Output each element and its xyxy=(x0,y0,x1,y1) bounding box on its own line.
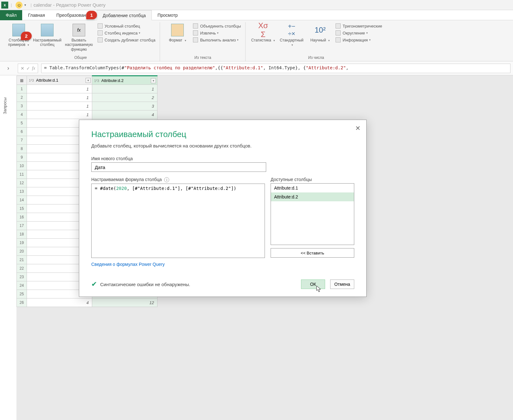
tab-file[interactable]: Файл xyxy=(0,10,22,20)
ribbon-group-text: Формат ▾ Объединить столбцы Извлечь ▾ Вы… xyxy=(160,22,246,61)
row-number[interactable]: 21 xyxy=(17,256,27,264)
duplicate-column-button[interactable]: Создать дубликат столбца xyxy=(98,37,155,42)
table-row[interactable]: 111 xyxy=(17,85,157,93)
row-number[interactable]: 23 xyxy=(17,273,27,281)
row-number[interactable]: 26 xyxy=(17,298,27,307)
dialog-title: Настраиваемый столбец xyxy=(91,129,354,139)
custom-column-dialog: ✕ Настраиваемый столбец Добавьте столбец… xyxy=(79,120,367,297)
cell[interactable]: 3 xyxy=(92,102,157,110)
tab-home[interactable]: Главная xyxy=(22,10,50,20)
table-corner[interactable]: ▦ xyxy=(17,76,27,85)
row-number[interactable]: 5 xyxy=(17,119,27,128)
row-number[interactable]: 10 xyxy=(17,162,27,170)
row-number[interactable]: 1 xyxy=(17,85,27,93)
merge-columns-button[interactable]: Объединить столбцы xyxy=(193,23,241,28)
filter-dropdown-icon[interactable]: ▾ xyxy=(86,78,91,83)
insert-button[interactable]: << Вставить xyxy=(271,248,354,258)
cell[interactable]: 1 xyxy=(27,102,92,110)
row-number[interactable]: 2 xyxy=(17,93,27,102)
close-button[interactable]: ✕ xyxy=(355,124,361,132)
available-column-item[interactable]: Attribute:d.2 xyxy=(271,192,354,201)
row-number[interactable]: 8 xyxy=(17,145,27,153)
table-row[interactable]: 212 xyxy=(17,93,157,102)
standard-button[interactable]: +−÷× Стандартный ▾ xyxy=(277,22,306,47)
row-number[interactable]: 18 xyxy=(17,230,27,239)
chevron-down-icon: ▾ xyxy=(139,31,140,34)
type-indicator: 1²3 xyxy=(29,78,34,82)
window-title: calendar - Редактор Power Query xyxy=(34,2,106,8)
cell[interactable]: 1 xyxy=(92,85,157,93)
scientific-button[interactable]: 10² Научный ▾ xyxy=(306,22,334,42)
row-number[interactable]: 11 xyxy=(17,170,27,179)
row-number[interactable]: 19 xyxy=(17,239,27,247)
row-number[interactable]: 12 xyxy=(17,179,27,187)
row-number[interactable]: 14 xyxy=(17,196,27,204)
accept-formula-icon[interactable]: ✓ xyxy=(26,66,30,71)
cancel-button[interactable]: Отмена xyxy=(330,279,354,289)
table-row[interactable]: 414 xyxy=(17,110,157,119)
table-row[interactable]: 313 xyxy=(17,102,157,110)
cell[interactable]: 1 xyxy=(27,85,92,93)
invoke-custom-function-button[interactable]: fx Вызвать настраиваемую функцию xyxy=(61,22,96,52)
row-number[interactable]: 13 xyxy=(17,187,27,196)
row-number[interactable]: 24 xyxy=(17,281,27,290)
pq-formula-help-link[interactable]: Сведения о формулах Power Query xyxy=(91,262,165,267)
information-button[interactable]: Информация ▾ xyxy=(336,37,382,42)
extract-button[interactable]: Извлечь ▾ xyxy=(193,30,241,35)
cancel-formula-icon[interactable]: ✕ xyxy=(21,66,24,71)
duplicate-icon xyxy=(98,37,103,42)
custom-column-button[interactable]: Настраиваемый столбец xyxy=(33,22,61,47)
cursor-icon xyxy=(316,285,322,292)
operators-icon: +−÷× xyxy=(285,23,298,37)
available-column-item[interactable]: Attribute:d.1 xyxy=(271,184,354,192)
conditional-column-button[interactable]: Условный столбец xyxy=(98,23,155,28)
ribbon: Столбец из примеров ▾ Настраиваемый стол… xyxy=(0,20,513,61)
row-number[interactable]: 16 xyxy=(17,213,27,222)
row-number[interactable]: 4 xyxy=(17,110,27,119)
cell[interactable]: 2 xyxy=(92,93,157,102)
qat-dropdown-icon[interactable]: ▾ xyxy=(24,3,26,7)
info-icon[interactable]: i xyxy=(164,177,169,182)
row-number[interactable]: 7 xyxy=(17,136,27,145)
cell[interactable]: 1 xyxy=(27,110,92,119)
column-header[interactable]: 1²3 Attribute:d.1 ▾ xyxy=(27,76,92,85)
divider: | xyxy=(11,3,12,7)
ribbon-tabs: Файл Главная Преобразование Добавление с… xyxy=(0,10,513,20)
chevron-down-icon: ▾ xyxy=(369,38,371,41)
cell[interactable]: 4 xyxy=(92,110,157,119)
cell[interactable]: 1 xyxy=(27,93,92,102)
formula-editor[interactable]: = #date(2020, [#"Attribute:d.1"], [#"Att… xyxy=(91,184,265,258)
row-number[interactable]: 15 xyxy=(17,204,27,213)
chevron-down-icon: ▾ xyxy=(292,43,293,47)
smiley-icon[interactable]: ☺ xyxy=(16,2,22,9)
statistics-button[interactable]: ΧσΣ Статистика ▾ xyxy=(249,22,277,42)
column-name: Attribute:d.1 xyxy=(36,78,58,83)
table-star-icon xyxy=(41,24,54,36)
parse-button[interactable]: Выполнить анализ ▾ xyxy=(193,37,241,42)
new-column-name-input[interactable] xyxy=(91,162,266,172)
rounding-button[interactable]: Округление ▾ xyxy=(336,30,382,35)
cell[interactable]: 4 xyxy=(27,298,92,307)
row-number[interactable]: 6 xyxy=(17,128,27,136)
format-button[interactable]: Формат ▾ xyxy=(163,22,192,42)
row-number[interactable]: 17 xyxy=(17,222,27,230)
row-number[interactable]: 3 xyxy=(17,102,27,110)
row-number[interactable]: 22 xyxy=(17,264,27,273)
index-column-button[interactable]: Столбец индекса ▾ xyxy=(98,30,155,35)
callout-1: 1 xyxy=(86,11,97,19)
parse-icon xyxy=(193,37,198,42)
queries-panel-label[interactable]: Запросы xyxy=(3,97,7,114)
filter-dropdown-icon[interactable]: ▾ xyxy=(151,78,156,83)
formula-bar[interactable]: = Table.TransformColumnTypes(#"Разделить… xyxy=(41,64,510,73)
table-row[interactable]: 26412 xyxy=(17,298,157,307)
row-number[interactable]: 9 xyxy=(17,153,27,162)
row-number[interactable]: 25 xyxy=(17,290,27,298)
expand-panel-button[interactable]: › xyxy=(0,61,16,75)
trig-button[interactable]: Тригонометрические xyxy=(336,23,382,28)
fx-icon[interactable]: fx xyxy=(32,66,35,71)
tab-add-column[interactable]: Добавление столбца xyxy=(97,10,152,20)
column-header[interactable]: 1²3 Attribute:d.2 ▾ xyxy=(92,76,157,85)
tab-view[interactable]: Просмотр xyxy=(152,10,183,20)
row-number[interactable]: 20 xyxy=(17,247,27,256)
cell[interactable]: 12 xyxy=(92,298,157,307)
